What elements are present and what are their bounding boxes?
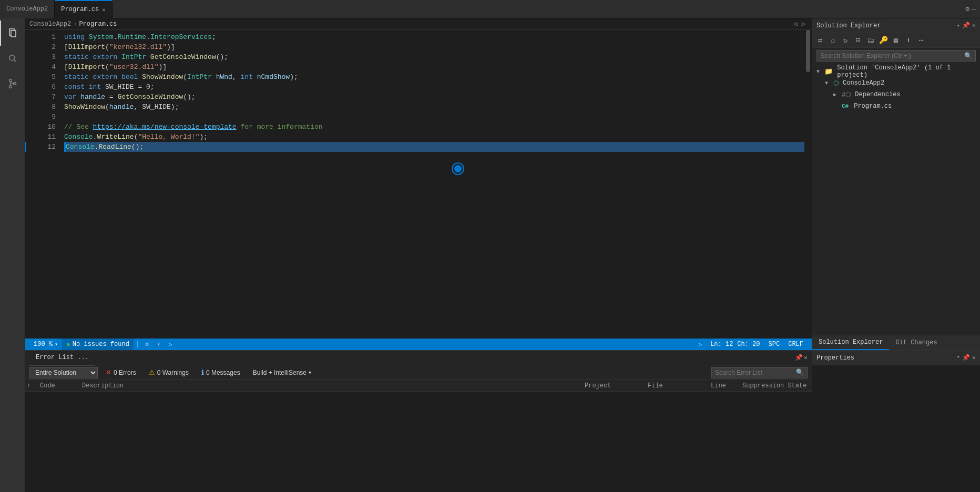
tb-home-icon[interactable]: ⌂ — [827, 35, 839, 46]
svg-point-5 — [9, 86, 12, 88]
right-panel-tabs: Solution Explorer Git Changes — [812, 335, 980, 350]
status-nav-btn3[interactable]: ▷ — [165, 339, 176, 350]
tb-more-icon[interactable]: ⋯ — [915, 35, 927, 46]
status-nav-btn2[interactable]: ⟨ — [153, 339, 165, 350]
breadcrumb: ConsoleApp2 › Program.cs ◁ ▷ — [25, 18, 812, 30]
col-line[interactable]: Line — [707, 380, 738, 391]
sort-icon: ↕ — [27, 383, 30, 388]
tab-bar: ConsoleApp2 Program.cs ✕ ⚙ — — [0, 0, 980, 18]
breadcrumb-btn1[interactable]: ◁ — [792, 20, 800, 28]
code-editor[interactable]: 1 2 3 4 5 6 7 8 9 10 11 12 using System.… — [25, 30, 812, 339]
panel-controls: 📌 ✕ — [795, 354, 808, 362]
code-line-5: static extern bool ShowWindow(IntPtr hWn… — [64, 72, 804, 82]
svg-rect-1 — [11, 30, 16, 37]
se-pin-icon[interactable]: 📌 — [962, 22, 970, 29]
error-table-header: ↕ Code Description Project File — [25, 380, 812, 392]
col-sort[interactable]: ↕ — [25, 380, 36, 391]
status-nav-btn1[interactable]: ⚙ — [141, 339, 153, 350]
scope-filter-dropdown[interactable]: Entire Solution — [29, 367, 98, 378]
error-icon: ✕ — [106, 368, 111, 376]
code-line-8: ShowWindow(handle, SW_HIDE); — [64, 102, 804, 112]
messages-count: 0 Messages — [206, 369, 240, 376]
col-file[interactable]: File — [644, 380, 707, 391]
breadcrumb-btn2[interactable]: ▷ — [800, 20, 808, 28]
col-suppression[interactable]: Suppression State — [738, 380, 812, 391]
solution-search-icon: 🔍 — [964, 52, 972, 60]
status-line-col[interactable]: Ln: 12 Ch: 20 — [706, 339, 764, 350]
code-content[interactable]: using System.Runtime.InteropServices; [D… — [62, 30, 804, 339]
solution-search-input[interactable] — [820, 52, 962, 59]
solution-explorer-header: Solution Explorer ▾ 📌 ✕ — [812, 18, 980, 33]
tab-git-changes[interactable]: Git Changes — [889, 335, 943, 350]
col-project[interactable]: Project — [580, 380, 644, 391]
tab-programcs[interactable]: Program.cs ✕ — [55, 0, 113, 18]
props-chevron-icon[interactable]: ▾ — [957, 354, 960, 362]
top-settings-icon[interactable]: ⚙ — [965, 5, 969, 13]
build-filter-button[interactable]: Build + IntelliSense ▾ — [248, 367, 316, 378]
vscroll-thumb[interactable] — [806, 30, 810, 72]
warnings-button[interactable]: ⚠ 0 Warnings — [144, 367, 193, 378]
panel-pin-icon[interactable]: 📌 — [795, 354, 803, 362]
code-line-11: Console.WriteLine("Hello, World!"); — [64, 132, 804, 142]
activity-explorer[interactable] — [0, 20, 25, 46]
se-close-icon[interactable]: ✕ — [972, 22, 976, 29]
tb-collapse-icon[interactable]: ⊟ — [852, 35, 864, 46]
status-sep1: | — [136, 341, 139, 348]
tb-publish-icon[interactable]: ⬆ — [903, 35, 914, 46]
tb-sync-icon[interactable]: ⇄ — [814, 35, 826, 46]
status-arrow-right[interactable]: ▷ — [695, 339, 706, 350]
col-project-label: Project — [585, 382, 611, 390]
deps-icon: #⬡ — [842, 91, 851, 99]
tree-programcs-label: Program.cs — [854, 102, 892, 110]
properties-body — [812, 365, 980, 492]
messages-button[interactable]: ℹ 0 Messages — [197, 367, 245, 378]
line-num-7: 7 — [36, 92, 56, 102]
code-line-1: using System.Runtime.InteropServices; — [64, 32, 804, 42]
se-chevron-icon[interactable]: ▾ — [957, 23, 960, 29]
status-ch: Ch: 20 — [737, 341, 760, 348]
build-filter-chevron: ▾ — [309, 370, 311, 375]
tree-solution-root[interactable]: ▼ 📁 Solution 'ConsoleApp2' (1 of 1 proje… — [812, 66, 980, 77]
search-error-input[interactable] — [715, 369, 794, 376]
solution-folder-icon: 📁 — [824, 67, 833, 76]
status-line-ending[interactable]: CRLF — [784, 339, 808, 350]
errors-button[interactable]: ✕ 0 Errors — [101, 367, 141, 378]
top-minimize-icon[interactable]: — — [972, 5, 976, 13]
props-pin-icon[interactable]: 📌 — [962, 354, 970, 362]
properties-header: Properties ▾ 📌 ✕ — [812, 351, 980, 365]
tab-close-button[interactable]: ✕ — [102, 6, 106, 13]
tree-project[interactable]: ▼ ⬡ ConsoleApp2 — [812, 77, 980, 89]
col-code[interactable]: Code — [36, 380, 78, 391]
tb-views-icon[interactable]: 🗂 — [865, 35, 876, 46]
search-error-list[interactable]: 🔍 — [711, 367, 808, 378]
panel-tab-errorlist[interactable]: Error List ... — [29, 351, 95, 365]
tree-project-label: ConsoleApp2 — [843, 79, 884, 87]
panel-close-icon[interactable]: ✕ — [804, 354, 808, 362]
status-encoding[interactable]: SPC — [764, 339, 784, 350]
tb-props-icon[interactable]: 🔑 — [877, 35, 889, 46]
tb-refresh-icon[interactable]: ↻ — [840, 35, 851, 46]
message-icon: ℹ — [201, 368, 204, 376]
col-line-label: Line — [711, 382, 726, 390]
svg-point-2 — [9, 55, 15, 60]
tab-consoleapp2[interactable]: ConsoleApp2 — [0, 0, 55, 18]
status-zoom[interactable]: 100 % ▾ — [29, 339, 62, 350]
solution-search-box[interactable]: 🔍 — [816, 50, 976, 62]
status-check-icon: ● — [66, 341, 70, 348]
editor-vscroll[interactable] — [804, 30, 812, 339]
search-icon: 🔍 — [796, 368, 804, 376]
props-close-icon[interactable]: ✕ — [972, 354, 976, 362]
breadcrumb-file: Program.cs — [79, 20, 117, 28]
activity-search[interactable] — [0, 46, 25, 71]
line-num-3: 3 — [36, 52, 56, 62]
tree-programcs[interactable]: C# Program.cs — [812, 100, 980, 112]
status-no-issues-text: No issues found — [73, 341, 129, 348]
col-desc[interactable]: Description — [78, 380, 580, 391]
tab-solution-explorer[interactable]: Solution Explorer — [812, 335, 889, 350]
status-issues[interactable]: ● No issues found — [62, 339, 134, 350]
activity-source-control[interactable] — [0, 71, 25, 96]
breadcrumb-project: ConsoleApp2 — [29, 20, 71, 28]
tb-preview-icon[interactable]: ▦ — [890, 35, 902, 46]
tree-dependencies[interactable]: ▶ #⬡ Dependencies — [812, 89, 980, 100]
svg-point-4 — [9, 79, 12, 82]
